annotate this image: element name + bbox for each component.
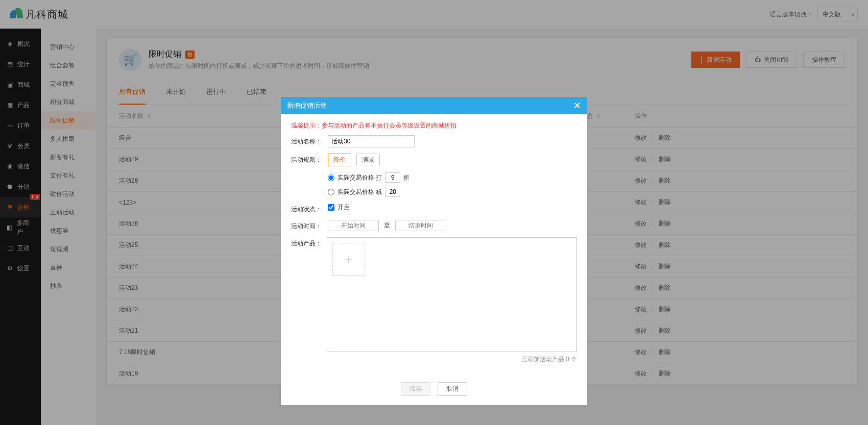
modal-title: 新增促销活动 bbox=[287, 101, 327, 110]
modal-overlay[interactable]: 新增促销活动 ✕ 温馨提示：参与活动的产品将不执行会员等级设置的商城折扣 活动名… bbox=[0, 0, 868, 425]
state-text: 开启 bbox=[337, 203, 350, 212]
time-label: 活动时间： bbox=[291, 220, 328, 231]
rule-option-discount[interactable]: 实际交易价格 打 折 bbox=[328, 172, 577, 183]
minus-value-input[interactable] bbox=[385, 187, 400, 197]
close-icon[interactable]: ✕ bbox=[573, 101, 581, 110]
modal-footer: 保存 取消 bbox=[281, 375, 587, 405]
end-time-input[interactable] bbox=[395, 220, 446, 231]
plus-icon: ＋ bbox=[343, 251, 355, 267]
discount-radio[interactable] bbox=[328, 174, 334, 181]
state-label: 活动状态： bbox=[291, 203, 328, 214]
product-label: 活动产品： bbox=[291, 237, 327, 248]
modal-header: 新增促销活动 ✕ bbox=[281, 97, 587, 114]
new-promo-modal: 新增促销活动 ✕ 温馨提示：参与活动的产品将不执行会员等级设置的商城折扣 活动名… bbox=[281, 97, 587, 405]
discount-value-input[interactable] bbox=[385, 172, 400, 183]
rule-label: 活动规则： bbox=[291, 154, 328, 164]
product-select-box: ＋ bbox=[327, 237, 577, 352]
save-button[interactable]: 保存 bbox=[401, 382, 430, 396]
state-checkbox[interactable] bbox=[328, 204, 334, 211]
cancel-button[interactable]: 取消 bbox=[438, 382, 467, 396]
name-label: 活动名称： bbox=[291, 135, 328, 146]
warning-text: 温馨提示：参与活动的产品将不执行会员等级设置的商城折扣 bbox=[291, 121, 577, 130]
rule-fulloff-button[interactable]: 满减 bbox=[356, 154, 380, 166]
minus-radio[interactable] bbox=[328, 189, 334, 195]
activity-name-input[interactable] bbox=[328, 135, 415, 147]
rule-discount-button[interactable]: 降价 bbox=[328, 154, 351, 166]
product-count: 已添加活动产品 0 个 bbox=[327, 355, 577, 364]
add-product-button[interactable]: ＋ bbox=[332, 243, 365, 276]
rule-option-minus[interactable]: 实际交易价格 减 bbox=[328, 187, 577, 197]
time-to: 至 bbox=[384, 221, 390, 230]
start-time-input[interactable] bbox=[328, 220, 379, 231]
